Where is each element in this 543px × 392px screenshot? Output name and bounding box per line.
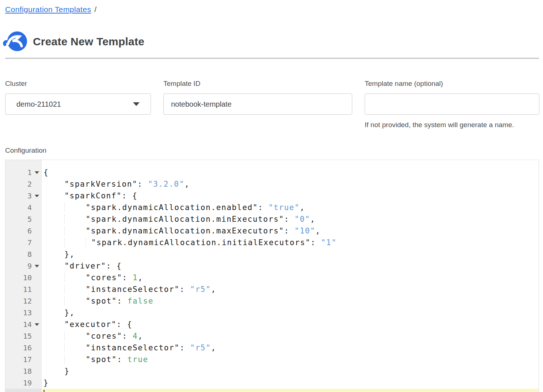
line-number: 8	[5, 248, 41, 260]
breadcrumb-link-configuration-templates[interactable]: Configuration Templates	[5, 5, 91, 14]
page-title: Create New Template	[33, 35, 144, 48]
line-number: 16	[5, 342, 41, 354]
configuration-editor[interactable]: 1234567891011121314151617181920 { "spark…	[5, 160, 539, 392]
indent-guide	[64, 203, 86, 212]
fold-toggle-icon[interactable]	[35, 265, 39, 267]
template-id-input[interactable]	[163, 94, 352, 115]
code-line: "cores": 4,	[42, 330, 539, 342]
indent-guide	[64, 215, 86, 224]
header-divider	[5, 58, 539, 59]
indent-guide	[64, 227, 86, 235]
line-number: 17	[5, 354, 41, 365]
breadcrumb: Configuration Templates/	[5, 5, 97, 14]
indent-guide	[64, 355, 86, 364]
indent-guide	[64, 297, 86, 305]
breadcrumb-separator: /	[94, 5, 96, 14]
code-line: "executor": {	[42, 319, 539, 330]
code-line: },	[42, 307, 539, 319]
code-line	[42, 389, 539, 392]
code-line: "instanceSelector": "r5",	[42, 342, 539, 354]
indent-guide	[64, 285, 86, 294]
fold-toggle-icon[interactable]	[35, 171, 39, 174]
line-number: 3	[5, 190, 41, 202]
code-line: "instanceSelector": "r5",	[42, 283, 539, 295]
line-number: 14	[5, 319, 41, 330]
line-number: 9	[5, 260, 41, 272]
editor-gutter: 1234567891011121314151617181920	[5, 160, 42, 392]
cluster-label: Cluster	[5, 80, 27, 88]
code-line: {	[42, 167, 539, 178]
code-line: "spark.dynamicAllocation.minExecutors": …	[42, 213, 539, 225]
line-number: 4	[5, 202, 41, 213]
line-number: 18	[5, 365, 41, 377]
indent-guide	[64, 343, 86, 352]
code-line: "spark.dynamicAllocation.enabled": "true…	[42, 202, 539, 213]
line-number: 6	[5, 225, 41, 237]
code-line: "spot": true	[42, 354, 539, 365]
code-line: "cores": 1,	[42, 272, 539, 283]
template-id-label: Template ID	[163, 80, 200, 88]
code-line: },	[42, 248, 539, 260]
code-line: "spot": false	[42, 295, 539, 307]
code-line: "driver": {	[42, 260, 539, 272]
line-number: 5	[5, 213, 41, 225]
template-name-helper: If not provided, the system will generat…	[365, 121, 514, 129]
configuration-label: Configuration	[5, 146, 46, 155]
cluster-select-value: demo-211021	[16, 100, 61, 109]
ocean-wave-logo-icon	[3, 30, 28, 52]
code-line: "sparkConf": {	[42, 190, 539, 202]
code-line: }	[42, 365, 539, 377]
chevron-down-icon	[133, 102, 140, 106]
cluster-select[interactable]: demo-211021	[5, 94, 151, 115]
indent-guide	[64, 273, 86, 282]
indent-guide	[64, 238, 86, 247]
line-number: 2	[5, 178, 41, 190]
line-number: 10	[5, 272, 41, 283]
line-number: 15	[5, 330, 41, 342]
code-line: "sparkVersion": "3.2.0",	[42, 178, 539, 190]
line-number: 20	[5, 389, 41, 392]
text-cursor	[43, 390, 45, 392]
fold-toggle-icon[interactable]	[35, 323, 39, 326]
indent-guide	[86, 238, 91, 247]
code-line: "spark.dynamicAllocation.initialExecutor…	[42, 237, 539, 248]
line-number: 1	[5, 167, 41, 178]
editor-content[interactable]: { "sparkVersion": "3.2.0", "sparkConf": …	[42, 160, 539, 392]
line-number: 11	[5, 283, 41, 295]
fold-toggle-icon[interactable]	[35, 195, 39, 197]
template-name-label: Template name (optional)	[365, 80, 443, 88]
line-number: 12	[5, 295, 41, 307]
indent-guide	[64, 332, 86, 340]
template-name-input[interactable]	[365, 94, 539, 115]
code-line: "spark.dynamicAllocation.maxExecutors": …	[42, 225, 539, 237]
page: Configuration Templates/ Create New Temp…	[0, 0, 543, 392]
line-number: 13	[5, 307, 41, 319]
line-number: 19	[5, 377, 41, 389]
line-number: 7	[5, 237, 41, 248]
code-line: }	[42, 377, 539, 389]
